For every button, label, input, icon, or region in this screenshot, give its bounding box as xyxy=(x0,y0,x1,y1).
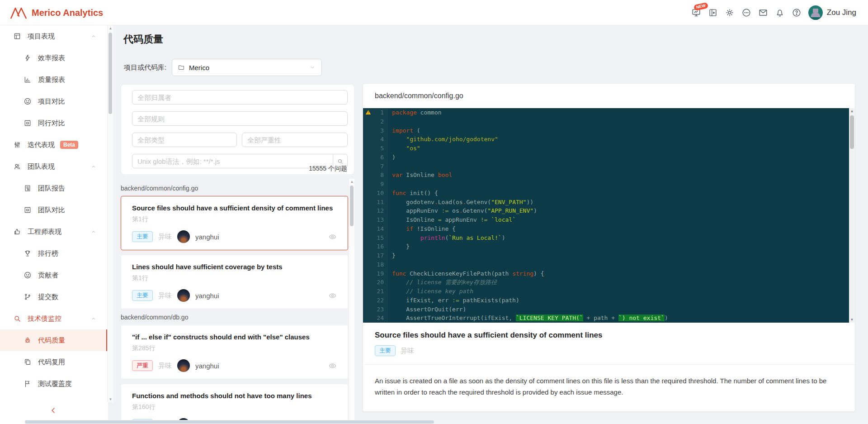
rule-filter-input[interactable] xyxy=(132,111,348,126)
sidebar-item-label: 效率报表 xyxy=(38,54,65,62)
type-filter-input[interactable] xyxy=(132,133,237,147)
user-name: Zou Jing xyxy=(827,8,856,17)
sidebar-item-magnify[interactable]: 技术债监控 xyxy=(0,308,108,329)
branch-icon xyxy=(24,293,32,301)
code-line: 11 godotenv.Load(os.Getenv("ENV_PATH")) xyxy=(363,198,855,207)
sidebar-item-sliders[interactable]: 迭代表现Beta xyxy=(0,134,108,156)
screen-share-icon[interactable]: NEW xyxy=(691,8,701,18)
sidebar-item-compare[interactable]: 同行对比 xyxy=(0,112,108,134)
merico-logo-icon xyxy=(10,5,27,20)
scroll-thumb[interactable] xyxy=(108,33,112,114)
line-number: 1 xyxy=(363,108,388,117)
issue-title: Functions and methods should not have to… xyxy=(132,392,337,400)
copy-icon xyxy=(24,358,32,366)
sidebar-item-label: 团队对比 xyxy=(38,206,65,214)
sidebar-item-flag[interactable]: 测试覆盖度 xyxy=(0,373,108,395)
sidebar-item-bolt[interactable]: 效率报表 xyxy=(0,47,108,69)
issue-group-file: backend/common/db.go xyxy=(121,314,354,321)
scroll-down-arrow[interactable]: ▼ xyxy=(849,317,855,323)
compare-icon xyxy=(24,119,32,127)
line-number: 8 xyxy=(363,171,388,180)
scroll-up-arrow[interactable]: ▲ xyxy=(849,108,855,114)
flag-icon xyxy=(24,380,32,388)
scroll-down-arrow[interactable]: ▼ xyxy=(108,396,113,402)
issue-type-label: 异味 xyxy=(158,291,172,300)
sidebar-item-doc[interactable]: 团队报告 xyxy=(0,177,108,199)
help-icon[interactable] xyxy=(792,8,802,18)
horizontal-scrollbar[interactable] xyxy=(25,420,868,424)
chevron-up-icon xyxy=(91,164,96,169)
code-line: 19func CheckLicenseKeyFilePath(path stri… xyxy=(363,269,855,278)
sidebar-item-label: 技术债监控 xyxy=(28,314,61,323)
severity-filter-input[interactable] xyxy=(242,133,348,147)
ignore-eye-icon[interactable] xyxy=(328,291,337,300)
code-line: 6) xyxy=(363,153,855,162)
sidebar-item-label: 工程师表现 xyxy=(28,228,61,236)
repo-selector-label: 项目或代码库: xyxy=(124,63,166,72)
user-menu[interactable]: Zou Jing xyxy=(808,5,856,20)
bolt-icon xyxy=(24,54,32,62)
code-viewer[interactable]: 1package common23import (4 "github.com/j… xyxy=(363,108,855,323)
ignore-eye-icon[interactable] xyxy=(328,362,337,370)
sidebar-item-label: 测试覆盖度 xyxy=(38,380,72,388)
sidebar-item-grid[interactable]: 项目表现 xyxy=(0,25,108,47)
code-line: 24 AssertTrueOrInterrupt(ifExist, `LICEN… xyxy=(363,314,855,323)
scroll-thumb[interactable] xyxy=(350,186,354,226)
line-number: 10 xyxy=(363,189,388,198)
sidebar-item-thumb[interactable]: 工程师表现 xyxy=(0,221,108,243)
scroll-thumb[interactable] xyxy=(25,420,434,424)
sidebar-item-smile[interactable]: 贡献者 xyxy=(0,264,108,286)
sidebar-item-users[interactable]: 团队表现 xyxy=(0,156,108,177)
line-number: 19 xyxy=(363,269,388,278)
issue-line-number: 第285行 xyxy=(132,344,337,353)
sidebar-item-label: 质量报表 xyxy=(38,76,65,84)
owner-filter-input[interactable] xyxy=(132,90,348,105)
line-number: 14 xyxy=(363,224,388,233)
issue-card[interactable]: "if ... else if" constructs should end w… xyxy=(121,325,348,379)
notifications-icon[interactable] xyxy=(775,8,785,18)
scroll-up-arrow[interactable]: ▲ xyxy=(108,25,113,31)
code-line: 10func init() { xyxy=(363,189,855,198)
code-line: 4 "github.com/joho/godotenv" xyxy=(363,135,855,144)
sidebar-item-chart[interactable]: 质量报表 xyxy=(0,69,108,91)
sidebar-item-label: 团队报告 xyxy=(38,184,65,193)
brand[interactable]: Merico Analytics xyxy=(10,5,103,20)
sidebar-item-label: 同行对比 xyxy=(38,119,65,128)
feedback-icon[interactable] xyxy=(741,8,751,18)
issue-list-scrollbar[interactable]: ▲ ▼ xyxy=(349,179,354,424)
sidebar-item-trophy[interactable]: 排行榜 xyxy=(0,243,108,264)
users-icon xyxy=(13,162,21,171)
sidebar-item-smile[interactable]: 项目对比 xyxy=(0,91,108,112)
issue-type-label: 异味 xyxy=(401,347,414,355)
scroll-thumb[interactable] xyxy=(850,115,854,149)
ignore-eye-icon[interactable] xyxy=(328,233,337,241)
issue-card[interactable]: Functions and methods should not have to… xyxy=(121,384,348,424)
severity-badge: 主要 xyxy=(375,345,396,356)
sidebar-item-bug[interactable]: 代码质量 xyxy=(0,329,108,351)
issue-card[interactable]: Lines should have sufficient coverage by… xyxy=(121,255,348,309)
repo-select[interactable]: Merico xyxy=(172,59,322,76)
code-scrollbar[interactable]: ▲ ▼ xyxy=(849,108,855,323)
scroll-up-arrow[interactable]: ▲ xyxy=(349,179,355,185)
author-avatar xyxy=(177,230,190,243)
sidebar-collapse-button[interactable] xyxy=(49,406,61,418)
chart-icon xyxy=(24,76,32,84)
code-line: 13 IsOnline = appRunEnv != `local` xyxy=(363,215,855,224)
smile-icon xyxy=(24,97,32,105)
sidebar-item-branch[interactable]: 提交数 xyxy=(0,286,108,308)
main-scrollbar[interactable]: ▲ ▼ xyxy=(107,25,113,402)
header-actions: NEW Zou Jing xyxy=(691,0,856,25)
line-number: 17 xyxy=(363,251,388,260)
sidebar-item-copy[interactable]: 代码复用 xyxy=(0,351,108,373)
settings-icon[interactable] xyxy=(725,8,735,18)
sidebar-item-compare[interactable]: 团队对比 xyxy=(0,199,108,221)
page-title: 代码质量 xyxy=(123,33,163,46)
issue-group-file: backend/common/config.go xyxy=(121,185,354,192)
issue-line-number: 第1行 xyxy=(132,215,337,224)
changelog-icon[interactable] xyxy=(708,8,718,18)
author-name: yanghui xyxy=(195,292,219,300)
sidebar-item-label: 项目表现 xyxy=(28,32,55,41)
issue-line-number: 第160行 xyxy=(132,403,337,411)
issue-card[interactable]: Source files should have a sufficient de… xyxy=(121,196,348,250)
messages-icon[interactable] xyxy=(758,8,768,18)
